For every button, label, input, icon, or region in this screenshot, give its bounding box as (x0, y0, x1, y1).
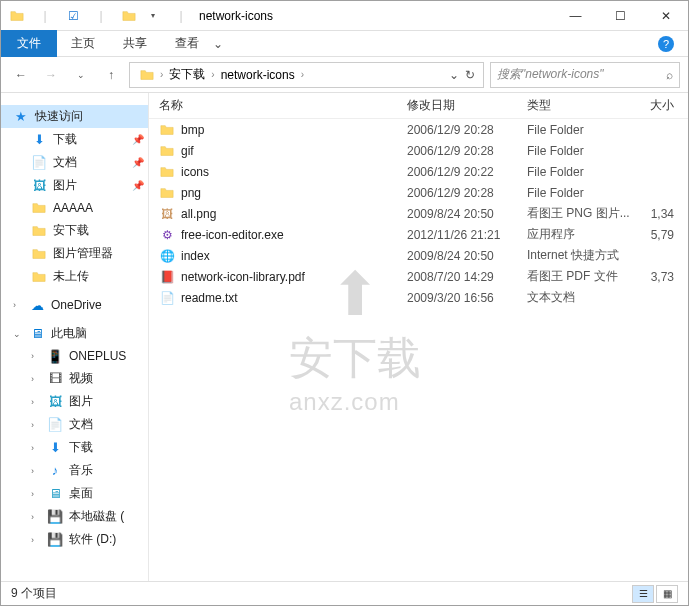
sidebar-item[interactable]: 📄 文档 📌 (1, 151, 148, 174)
view-details-button[interactable]: ☰ (632, 585, 654, 603)
address-bar[interactable]: › 安下载 › network-icons › ⌄ ↻ (129, 62, 484, 88)
sidebar-item[interactable]: 🖼 图片 📌 (1, 174, 148, 197)
sidebar-item-label: 未上传 (53, 268, 89, 285)
file-name: bmp (181, 123, 204, 137)
minimize-button[interactable]: — (553, 1, 598, 31)
window-controls: — ☐ ✕ (553, 1, 688, 31)
folder-icon (159, 164, 175, 180)
file-row[interactable]: gif 2006/12/9 20:28 File Folder (149, 140, 688, 161)
file-row[interactable]: bmp 2006/12/9 20:28 File Folder (149, 119, 688, 140)
sidebar-item[interactable]: › 💾 软件 (D:) (1, 528, 148, 551)
sidebar-item[interactable]: › ⬇ 下载 (1, 436, 148, 459)
download-icon: ⬇ (31, 132, 47, 148)
expand-icon: › (31, 443, 41, 453)
sidebar-this-pc[interactable]: ⌄ 🖥 此电脑 (1, 322, 148, 345)
file-name: index (181, 249, 210, 263)
dropdown-icon[interactable]: ⌄ (449, 68, 459, 82)
tab-share[interactable]: 共享 (109, 31, 161, 56)
pin-icon: 📌 (132, 180, 144, 191)
tab-file[interactable]: 文件 (1, 30, 57, 57)
file-list: ⬆ 安下载 anxz.com bmp 2006/12/9 20:28 File … (149, 119, 688, 581)
sidebar-onedrive[interactable]: › ☁ OneDrive (1, 294, 148, 316)
sidebar-item[interactable]: ⬇ 下载 📌 (1, 128, 148, 151)
file-type: 应用程序 (527, 226, 647, 243)
pc-icon: 🖥 (29, 326, 45, 342)
download-icon: ⬇ (47, 440, 63, 456)
separator: | (93, 8, 109, 24)
sidebar-item[interactable]: › 🎞 视频 (1, 367, 148, 390)
expand-icon: › (31, 466, 41, 476)
star-icon: ★ (13, 109, 29, 125)
breadcrumb-item[interactable]: network-icons (215, 66, 301, 84)
up-button[interactable]: ↑ (99, 63, 123, 87)
sidebar-quick-access[interactable]: ★ 快速访问 (1, 105, 148, 128)
file-row[interactable]: 🌐index 2009/8/24 20:50 Internet 快捷方式 (149, 245, 688, 266)
file-name: network-icon-library.pdf (181, 270, 305, 284)
forward-button[interactable]: → (39, 63, 63, 87)
file-row[interactable]: icons 2006/12/9 20:22 File Folder (149, 161, 688, 182)
ribbon-expand-icon[interactable]: ⌄ (213, 37, 223, 51)
col-type[interactable]: 类型 (527, 97, 647, 114)
tab-home[interactable]: 主页 (57, 31, 109, 56)
breadcrumb-item[interactable]: 安下载 (163, 64, 211, 85)
sidebar-item[interactable]: › 📱 ONEPLUS (1, 345, 148, 367)
sidebar-item[interactable]: 安下载 (1, 219, 148, 242)
pic-icon: 🖼 (47, 394, 63, 410)
sidebar-item[interactable]: › 🖥 桌面 (1, 482, 148, 505)
png-icon: 🖼 (159, 206, 175, 222)
file-name: icons (181, 165, 209, 179)
navigation-bar: ← → ⌄ ↑ › 安下载 › network-icons › ⌄ ↻ 搜索"n… (1, 57, 688, 93)
sidebar-item-label: 图片 (53, 177, 77, 194)
sidebar-item[interactable]: › 🖼 图片 (1, 390, 148, 413)
file-type: 看图王 PDF 文件 (527, 268, 647, 285)
file-type: 文本文档 (527, 289, 647, 306)
back-button[interactable]: ← (9, 63, 33, 87)
recent-dropdown[interactable]: ⌄ (69, 63, 93, 87)
col-name[interactable]: 名称 (159, 97, 407, 114)
sidebar-item[interactable]: 未上传 (1, 265, 148, 288)
pin-icon: 📌 (132, 157, 144, 168)
separator: | (37, 8, 53, 24)
disk-icon: 💾 (47, 532, 63, 548)
sidebar-item[interactable]: AAAAA (1, 197, 148, 219)
file-row[interactable]: png 2006/12/9 20:28 File Folder (149, 182, 688, 203)
folder-icon (9, 8, 25, 24)
view-icons-button[interactable]: ▦ (656, 585, 678, 603)
chevron-right-icon[interactable]: › (301, 69, 304, 80)
file-row[interactable]: 📕network-icon-library.pdf 2008/7/20 14:2… (149, 266, 688, 287)
sidebar-item[interactable]: 图片管理器 (1, 242, 148, 265)
sidebar-label: 此电脑 (51, 325, 87, 342)
close-button[interactable]: ✕ (643, 1, 688, 31)
dropdown-icon[interactable]: ▾ (145, 8, 161, 24)
maximize-button[interactable]: ☐ (598, 1, 643, 31)
refresh-icon[interactable]: ↻ (465, 68, 475, 82)
file-row[interactable]: ⚙free-icon-editor.exe 2012/11/26 21:21 应… (149, 224, 688, 245)
cloud-icon: ☁ (29, 297, 45, 313)
doc-icon: 📄 (31, 155, 47, 171)
expand-icon: › (31, 374, 41, 384)
window-title: network-icons (199, 9, 273, 23)
file-row[interactable]: 🖼all.png 2009/8/24 20:50 看图王 PNG 图片... 1… (149, 203, 688, 224)
properties-icon[interactable]: ☑ (65, 8, 81, 24)
col-size[interactable]: 大小 (647, 97, 688, 114)
file-date: 2006/12/9 20:28 (407, 144, 527, 158)
tab-view[interactable]: 查看 (161, 31, 213, 56)
statusbar: 9 个项目 ☰ ▦ (1, 581, 688, 605)
sidebar-item[interactable]: › ♪ 音乐 (1, 459, 148, 482)
help-icon[interactable]: ? (658, 36, 674, 52)
status-item-count: 9 个项目 (11, 585, 57, 602)
sidebar-item-label: 本地磁盘 ( (69, 508, 124, 525)
content-area: 名称 修改日期 类型 大小 ⬆ 安下载 anxz.com bmp 2006/12… (149, 93, 688, 581)
search-input[interactable]: 搜索"network-icons" ⌕ (490, 62, 680, 88)
phone-icon: 📱 (47, 348, 63, 364)
file-row[interactable]: 📄readme.txt 2009/3/20 16:56 文本文档 (149, 287, 688, 308)
sidebar-item[interactable]: › 📄 文档 (1, 413, 148, 436)
video-icon: 🎞 (47, 371, 63, 387)
col-date[interactable]: 修改日期 (407, 97, 527, 114)
sidebar-item-label: 桌面 (69, 485, 93, 502)
file-date: 2009/8/24 20:50 (407, 249, 527, 263)
search-icon: ⌕ (666, 68, 673, 82)
sidebar-item[interactable]: › 💾 本地磁盘 ( (1, 505, 148, 528)
expand-icon: › (31, 489, 41, 499)
file-type: File Folder (527, 144, 647, 158)
